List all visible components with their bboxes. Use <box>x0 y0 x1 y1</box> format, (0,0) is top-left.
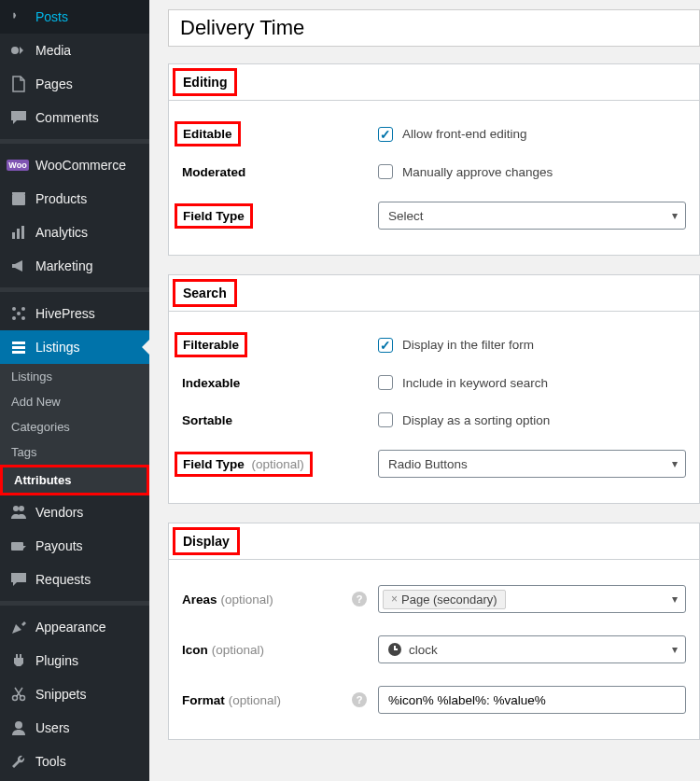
areas-multiselect[interactable]: ×Page (secondary) <box>378 585 686 613</box>
analytics-icon <box>9 223 28 242</box>
field-sortable: Sortable Display as a sorting option <box>169 401 699 439</box>
format-input[interactable] <box>378 686 686 714</box>
area-tag[interactable]: ×Page (secondary) <box>383 590 506 609</box>
sidebar-item-hivepress[interactable]: HivePress <box>0 297 149 330</box>
editing-field-type-select[interactable]: Select <box>378 202 686 230</box>
field-type-label: Field Type <box>175 203 253 229</box>
menu-label: Plugins <box>35 653 78 668</box>
menu-label: Listings <box>35 340 79 355</box>
requests-icon <box>9 570 28 589</box>
sidebar-item-pages[interactable]: Pages <box>0 67 149 101</box>
menu-label: Vendors <box>35 505 83 520</box>
section-display: Display Areas (optional) ? ×Page (second… <box>168 523 700 740</box>
section-search: Search Filterable Display in the filter … <box>168 274 700 504</box>
comment-icon <box>9 108 28 127</box>
menu-label: Analytics <box>35 225 88 240</box>
svg-point-6 <box>12 307 16 311</box>
menu-label: Snippets <box>35 687 86 702</box>
submenu-listings[interactable]: Listings <box>0 364 149 389</box>
optional-marker: (optional) <box>229 693 281 707</box>
menu-separator <box>0 139 149 144</box>
sidebar-item-products[interactable]: Products <box>0 182 149 216</box>
menu-label: Requests <box>35 572 91 587</box>
submenu-tags[interactable]: Tags <box>0 439 149 465</box>
section-editing: Editing Editable Allow front-end editing… <box>168 63 700 256</box>
field-editing-field-type: Field Type Select <box>169 190 699 241</box>
products-icon <box>9 189 28 208</box>
svg-rect-2 <box>12 192 25 194</box>
hivepress-icon <box>9 304 28 323</box>
listings-icon <box>9 338 28 356</box>
field-editable: Editable Allow front-end editing <box>169 115 699 153</box>
icon-select[interactable]: clock <box>378 635 686 663</box>
filterable-label: Filterable <box>175 332 247 357</box>
menu-label: Products <box>35 191 87 206</box>
icon-label: Icon <box>182 643 208 657</box>
indexable-label: Indexable <box>182 376 240 390</box>
menu-label: Tools <box>35 754 66 769</box>
field-search-field-type: Field Type (optional) Radio Buttons <box>169 439 699 489</box>
menu-label: HivePress <box>35 306 95 321</box>
moderated-text: Manually approve changes <box>402 165 553 179</box>
clock-icon <box>388 643 401 656</box>
section-title-label: Search <box>173 279 237 307</box>
editable-label: Editable <box>175 121 241 146</box>
sidebar-item-plugins[interactable]: Plugins <box>0 644 149 677</box>
plugins-icon <box>9 651 28 670</box>
sidebar-item-tools[interactable]: Tools <box>0 745 149 778</box>
sortable-checkbox[interactable] <box>378 412 393 427</box>
help-icon[interactable]: ? <box>352 692 367 707</box>
menu-label: Users <box>35 720 70 735</box>
sidebar-item-marketing[interactable]: Marketing <box>0 249 149 283</box>
sidebar-item-woocommerce[interactable]: Woo WooCommerce <box>0 148 149 182</box>
woocommerce-icon: Woo <box>9 156 28 174</box>
menu-label: Appearance <box>35 620 106 635</box>
search-field-type-wrapper: Field Type (optional) <box>175 452 313 477</box>
admin-sidebar: Posts Media Pages Comments Woo WooCommer… <box>0 0 149 781</box>
menu-label: Payouts <box>35 538 83 553</box>
vendors-icon <box>9 503 28 522</box>
sidebar-item-media[interactable]: Media <box>0 34 149 67</box>
editable-checkbox[interactable] <box>378 127 393 142</box>
menu-separator <box>0 601 149 606</box>
appearance-icon <box>9 618 28 636</box>
menu-label: WooCommerce <box>35 158 126 173</box>
sidebar-item-payouts[interactable]: Payouts <box>0 529 149 563</box>
help-icon[interactable]: ? <box>352 592 367 607</box>
indexable-checkbox[interactable] <box>378 375 393 390</box>
media-icon <box>9 41 28 60</box>
sidebar-item-users[interactable]: Users <box>0 711 149 745</box>
field-format: Format (optional) ? <box>169 675 699 725</box>
marketing-icon <box>9 257 28 275</box>
filterable-checkbox[interactable] <box>378 338 393 353</box>
field-areas: Areas (optional) ? ×Page (secondary) <box>169 574 699 624</box>
section-title-label: Display <box>173 527 240 555</box>
menu-label: Comments <box>35 110 99 125</box>
moderated-label: Moderated <box>182 165 245 179</box>
sidebar-item-appearance[interactable]: Appearance <box>0 610 149 644</box>
sidebar-item-listings[interactable]: Listings <box>0 330 149 364</box>
pin-icon <box>9 7 28 26</box>
svg-rect-13 <box>12 351 25 354</box>
svg-rect-4 <box>17 229 20 239</box>
sidebar-item-snippets[interactable]: Snippets <box>0 677 149 711</box>
attribute-title-input[interactable] <box>168 9 700 47</box>
moderated-checkbox[interactable] <box>378 164 393 179</box>
submenu-categories[interactable]: Categories <box>0 414 149 439</box>
section-title-editing: Editing <box>169 64 699 101</box>
sidebar-item-requests[interactable]: Requests <box>0 563 149 596</box>
sidebar-item-posts[interactable]: Posts <box>0 0 149 34</box>
remove-tag-icon[interactable]: × <box>391 593 398 606</box>
svg-point-8 <box>12 316 16 320</box>
svg-rect-5 <box>21 226 24 239</box>
submenu-attributes[interactable]: Attributes <box>0 465 149 495</box>
optional-marker: (optional) <box>212 643 264 657</box>
listings-submenu: Listings Add New Categories Tags Attribu… <box>0 364 149 495</box>
submenu-add-new[interactable]: Add New <box>0 389 149 414</box>
search-field-type-select[interactable]: Radio Buttons <box>378 450 686 478</box>
main-content: Editing Editable Allow front-end editing… <box>149 0 700 781</box>
sidebar-item-analytics[interactable]: Analytics <box>0 216 149 249</box>
optional-marker: (optional) <box>221 593 273 607</box>
sidebar-item-vendors[interactable]: Vendors <box>0 495 149 529</box>
sidebar-item-comments[interactable]: Comments <box>0 101 149 134</box>
